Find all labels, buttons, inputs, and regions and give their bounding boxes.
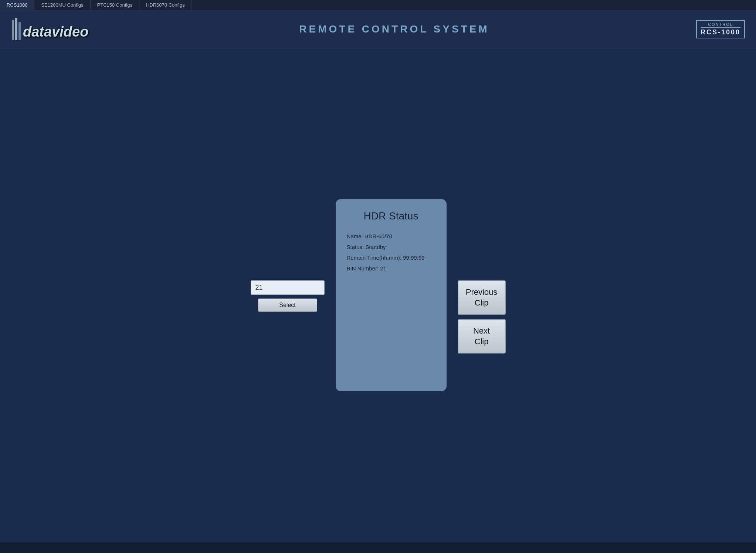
svg-text:datavideo: datavideo <box>23 24 88 40</box>
tab-rcs1000[interactable]: RCS1000 <box>0 0 34 10</box>
previous-clip-button[interactable]: PreviousClip <box>458 280 506 315</box>
control-badge: CONTROL RCS-1000 <box>696 20 745 38</box>
left-controls: Select <box>251 280 325 312</box>
layout-container: Select HDR Status Name: HDR-60/70 Status… <box>251 199 506 391</box>
control-label-text: CONTROL <box>701 22 740 28</box>
next-clip-button[interactable]: NextClip <box>458 319 506 354</box>
logo-area: datavideo <box>11 16 92 42</box>
right-controls: PreviousClip NextClip <box>458 280 506 354</box>
main-content: Select HDR Status Name: HDR-60/70 Status… <box>0 48 756 542</box>
tab-hdr6070[interactable]: HDR6070 Configs <box>139 0 192 10</box>
footer <box>0 542 756 553</box>
hdr-name: Name: HDR-60/70 <box>347 233 435 239</box>
title-area: REMOTE CONTROL SYSTEM <box>92 23 696 35</box>
hdr-status-row: Status: Standby <box>347 244 435 250</box>
tab-ptc150[interactable]: PTC150 Configs <box>91 0 139 10</box>
svg-rect-1 <box>15 18 17 40</box>
hdr-status-card: HDR Status Name: HDR-60/70 Status: Stand… <box>336 199 447 391</box>
hdr-remain-time: Remain Time(hh:mm): 99:99:99 <box>347 255 435 261</box>
svg-rect-2 <box>18 22 21 40</box>
page-title: REMOTE CONTROL SYSTEM <box>299 23 489 35</box>
control-value-text: RCS-1000 <box>701 28 740 36</box>
select-button[interactable]: Select <box>258 298 317 312</box>
tab-se1200mu[interactable]: SE1200MU Configs <box>34 0 90 10</box>
svg-rect-0 <box>12 20 14 40</box>
bin-input[interactable] <box>251 280 325 295</box>
hdr-card-title: HDR Status <box>347 210 435 222</box>
tab-bar: RCS1000 SE1200MU Configs PTC150 Configs … <box>0 0 756 10</box>
header: datavideo REMOTE CONTROL SYSTEM CONTROL … <box>0 10 756 48</box>
hdr-info: Name: HDR-60/70 Status: Standby Remain T… <box>347 233 435 272</box>
hdr-bin-number: BIN Number: 21 <box>347 265 435 272</box>
datavideo-logo: datavideo <box>11 16 92 42</box>
